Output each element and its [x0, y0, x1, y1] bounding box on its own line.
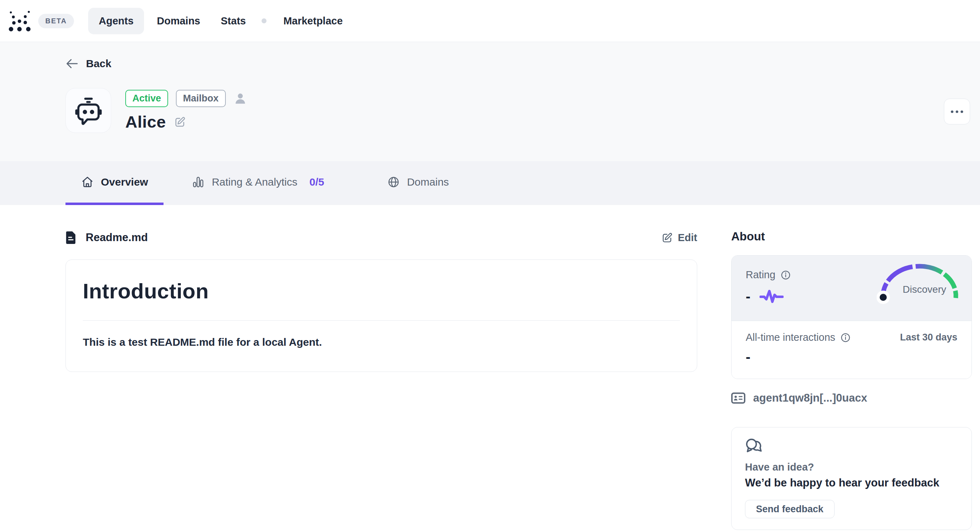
about-sidebar: About Rating -: [731, 205, 972, 530]
logo-icon[interactable]: [7, 9, 33, 33]
nav-item-domains[interactable]: Domains: [157, 8, 200, 34]
agent-header: Back Active Mailbox: [0, 42, 980, 161]
edit-icon: [662, 232, 673, 243]
id-card-icon: [731, 392, 745, 404]
send-feedback-button[interactable]: Send feedback: [745, 500, 835, 518]
info-icon[interactable]: [840, 332, 851, 343]
tab-bar: Overview Rating & Analytics 0/5 Domains: [0, 161, 980, 205]
home-icon: [81, 176, 94, 189]
nav-item-marketplace[interactable]: Marketplace: [283, 8, 343, 34]
readme-card: Introduction This is a test README.md fi…: [65, 260, 697, 372]
back-label: Back: [86, 58, 111, 70]
about-title: About: [731, 230, 972, 243]
tab-domains[interactable]: Domains: [372, 161, 465, 205]
back-link[interactable]: Back: [65, 58, 111, 70]
nav-separator-dot: [261, 18, 267, 23]
readme-title: Introduction: [83, 279, 680, 303]
rating-gauge: Discovery: [877, 263, 962, 306]
feedback-title: Have an idea?: [745, 461, 958, 473]
agent-name-row: Alice: [125, 112, 247, 132]
interactions-section: All-time interactions Last 30 days -: [732, 321, 972, 379]
agent-address: agent1qw8jn[...]0uacx: [753, 392, 867, 404]
agent-avatar: [65, 88, 111, 133]
agent-meta: Active Mailbox Alice: [125, 88, 247, 133]
top-nav: BETA Agents Domains Stats Marketplace: [0, 0, 980, 42]
more-options-button[interactable]: [944, 98, 970, 124]
interactions-period: Last 30 days: [900, 332, 957, 343]
tab-rating-analytics[interactable]: Rating & Analytics 0/5: [176, 161, 340, 205]
chat-bubbles-icon: [745, 437, 764, 454]
rating-section: Rating -: [732, 255, 972, 321]
back-arrow-icon: [65, 58, 78, 69]
robot-icon: [73, 95, 104, 126]
stats-card: Rating -: [731, 255, 972, 379]
readme-body: This is a test README.md file for a loca…: [83, 336, 680, 348]
status-badge-active: Active: [125, 90, 168, 107]
edit-readme-button[interactable]: Edit: [662, 232, 697, 244]
interactions-label: All-time interactions: [746, 331, 835, 343]
tab-overview[interactable]: Overview: [65, 161, 164, 205]
readme-header-row: Readme.md Edit: [65, 230, 697, 245]
agent-address-row[interactable]: agent1qw8jn[...]0uacx: [731, 392, 972, 404]
owner-person-icon: [234, 92, 247, 105]
edit-name-icon[interactable]: [175, 116, 186, 128]
agent-identity: Active Mailbox Alice: [65, 88, 970, 133]
readme-file-title: Readme.md: [65, 230, 148, 245]
interactions-label-row: All-time interactions Last 30 days: [746, 331, 957, 343]
ellipsis-icon: [951, 110, 963, 114]
readme-section: Readme.md Edit Introduction This is a te…: [65, 205, 697, 372]
info-icon[interactable]: [780, 270, 791, 281]
readme-filename: Readme.md: [86, 231, 148, 244]
rating-count: 0/5: [309, 176, 324, 188]
feedback-card: Have an idea? We’d be happy to hear your…: [731, 427, 972, 530]
edit-readme-label: Edit: [678, 232, 697, 244]
rating-label: Rating: [746, 269, 775, 281]
tab-overview-label: Overview: [101, 176, 148, 188]
agentverse-app: BETA Agents Domains Stats Marketplace Ba…: [0, 0, 980, 531]
nav-item-stats[interactable]: Stats: [221, 8, 246, 34]
gauge-label: Discovery: [903, 284, 947, 295]
brand: BETA: [7, 9, 74, 33]
tab-rating-label: Rating & Analytics: [212, 176, 297, 188]
nav-item-agents[interactable]: Agents: [88, 8, 144, 34]
feedback-subtitle: We’d be happy to hear your feedback: [745, 477, 958, 489]
agent-name: Alice: [125, 112, 166, 132]
bar-chart-icon: [192, 176, 205, 189]
tab-domains-label: Domains: [407, 176, 449, 188]
globe-icon: [387, 176, 400, 189]
beta-badge: BETA: [38, 14, 74, 28]
type-badge-mailbox: Mailbox: [176, 90, 226, 107]
interactions-value: -: [746, 350, 957, 364]
main-content: Readme.md Edit Introduction This is a te…: [0, 205, 980, 530]
badge-row: Active Mailbox: [125, 90, 247, 107]
document-icon: [65, 230, 77, 245]
pulse-icon: [759, 288, 784, 304]
main-nav: Agents Domains Stats Marketplace: [88, 8, 343, 34]
rating-value: -: [746, 289, 750, 303]
readme-divider: [83, 320, 680, 321]
